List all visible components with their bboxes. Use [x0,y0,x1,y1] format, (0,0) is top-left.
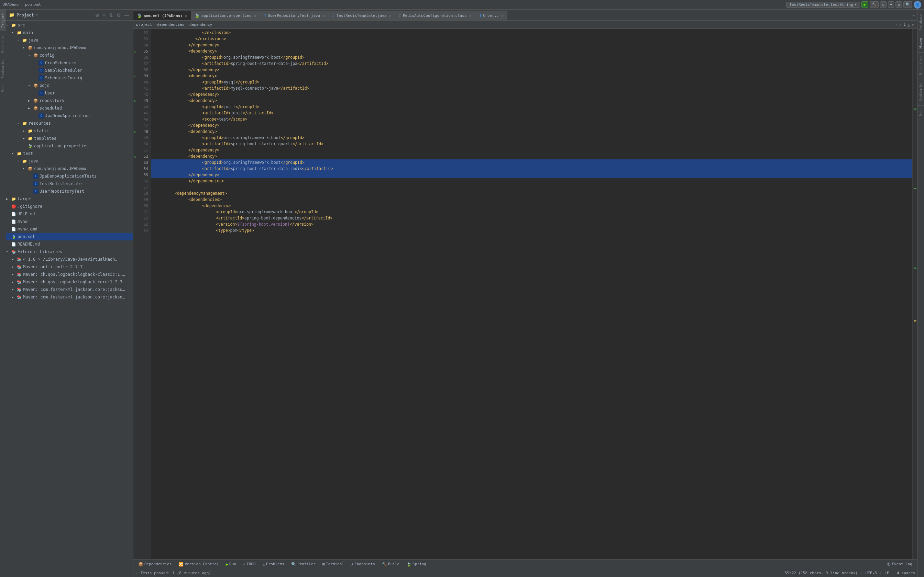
database-tab[interactable]: Database [918,11,923,33]
minimize-panel-button[interactable]: — [123,12,130,19]
tab-redisauto[interactable]: C RedisAutoConfiguration.class × [395,11,475,20]
tree-jdk18[interactable]: ▶ 📚 < 1.8 > /Library/Java/JavaVirtualMac… [6,256,133,263]
terminal-btn[interactable]: ⊡ Terminal [320,561,347,567]
tree-readmemd[interactable]: 📄 README.md [6,240,133,248]
project-panel-chevron[interactable]: ▾ [36,13,38,17]
readmemd-icon: 📄 [11,242,16,247]
locate-button[interactable]: ⊕ [94,12,100,19]
tree-target[interactable]: ▶ 📁 target [6,195,133,203]
web-tab[interactable]: Web [0,82,6,95]
indent-label[interactable]: 4 spaces [897,571,915,575]
tree-main[interactable]: ▾ 📁 main [6,29,133,36]
tabs-overflow[interactable]: ▾ [911,11,917,20]
coverage-button[interactable]: ☂ [888,2,895,8]
encoding-label[interactable]: UTF-8 [865,571,877,575]
tree-mvnwcmd[interactable]: 📄 mvnw.cmd [6,225,133,233]
tab-redisauto-close[interactable]: × [469,13,471,18]
project-tab[interactable]: Project [0,10,6,31]
tab-cron-close[interactable]: × [501,13,504,18]
tree-pojo[interactable]: ▾ 📦 pojo [6,82,133,89]
tree-helpmd[interactable]: 📄 HELP.md [6,210,133,218]
tree-appproperties[interactable]: 🍃 application.properties [6,142,133,150]
tree-java-main[interactable]: ▾ 📁 java [6,36,133,44]
breadcrumb-dependency[interactable]: dependency [189,22,212,27]
tree-gitignore[interactable]: 🔴 .gitignore [6,203,133,210]
tree-maven-logback2[interactable]: ▶ 📚 Maven: ch.qos.logback:logback-core:1… [6,278,133,286]
breadcrumb-project[interactable]: project [136,22,152,27]
event-log-btn[interactable]: ② Event Log [884,561,915,567]
sync-button[interactable]: ↻ [880,2,887,8]
scroll-up-icon[interactable]: ▲ [907,22,910,27]
cursor-position[interactable]: 55:22 (158 chars, 3 line breaks) [785,571,858,575]
tree-user[interactable]: C User [6,89,133,97]
tree-schedulerconfig[interactable]: C SchedulerConfig [6,74,133,82]
maven-tab-right[interactable]: Maven [918,35,923,51]
spring-btn[interactable]: 🍃 Spring [404,561,429,567]
tree-testredistemplate[interactable]: C TestRedisTemplate [6,180,133,187]
build-bottom-btn[interactable]: 🔨 Build [379,561,402,567]
sort-button[interactable]: ⇅ [108,12,114,19]
right-scrollbar-gutter[interactable] [912,29,917,559]
tree-extlibs[interactable]: ▾ 📚 External Libraries [6,248,133,256]
tree-maven-jackson1[interactable]: ▶ 📚 Maven: com.fasterxml.jackson.core:ja… [6,286,133,293]
todo-btn[interactable]: ✓ TODO [240,561,258,567]
tree-maven-antlr[interactable]: ▶ 📚 Maven: antlr:antlr:2.7.7 [6,263,133,271]
version-control-btn[interactable]: 🔀 Version Control [176,561,221,567]
tree-pomxml[interactable]: 🍃 pom.xml [6,233,133,240]
tree-test[interactable]: ▾ 📁 test [6,150,133,157]
problems-btn[interactable]: ⚠ Problems [260,561,287,567]
structure-right-tab[interactable]: Structure [918,53,923,77]
tree-scheduled[interactable]: ▶ 📦 scheduled [6,105,133,112]
tab-pomxml[interactable]: 🍃 pom.xml (JPADemo) × [133,11,191,20]
tab-pomxml-close[interactable]: × [185,13,187,18]
scroll-down-icon[interactable]: ▼ [912,22,914,27]
panel-settings-button[interactable]: ⚙ [115,12,122,19]
tree-mvnw[interactable]: 📄 mvnw [6,218,133,225]
tree-java-test[interactable]: ▾ 📁 java [6,157,133,165]
tree-jpademoapplication[interactable]: C JpaDemoApplication [6,112,133,119]
endpoints-btn[interactable]: ⚡ Endpoints [348,561,378,567]
search-button[interactable]: 🔍 [903,2,912,8]
structure-tab[interactable]: Structure [0,31,6,56]
line-break-label[interactable]: LF [884,571,889,575]
editor-area: 32 33 34 ↻ 35 36 37 38 ↻ 39 [133,29,917,559]
run-btn[interactable]: ▶ Run [223,561,239,567]
user-avatar[interactable]: 👤 [914,1,921,8]
breadcrumb-dependencies[interactable]: dependencies [157,22,184,27]
code-content[interactable]: </exclusion> </exclusions> </dependency>… [151,29,912,559]
tree-userrepositorytest[interactable]: C UserRepositoryTest [6,187,133,195]
settings-button[interactable]: ⚙ [895,2,902,8]
build-button[interactable]: 🔨 [870,2,879,8]
dependencies-btn[interactable]: 📦 Dependencies [136,561,174,567]
bookmarks-tab[interactable]: Bookmarks [0,56,6,82]
tab-appprops-close[interactable]: × [254,13,257,18]
run-button[interactable]: ▶ [861,2,869,8]
tab-appprops[interactable]: 🍃 application.properties × [191,11,260,20]
tree-cronscheduler[interactable]: C CronScheduler [6,59,133,67]
web-right-tab[interactable]: Web [918,107,923,118]
tree-maven-jackson2[interactable]: ▶ 📚 Maven: com.fasterxml.jackson.core:ja… [6,293,133,301]
tab-cron[interactable]: J Cron... × [475,11,508,20]
tab-userrepotest-close[interactable]: × [322,13,325,18]
tree-templates[interactable]: ▶ 📁 templates [6,135,133,142]
tree-samplescheduler[interactable]: C SampleScheduler [6,67,133,74]
profiler-btn[interactable]: 🔍 Profiler [288,561,318,567]
tree-resources[interactable]: ▾ 📁 resources [6,119,133,127]
build-icon: 🔨 [872,2,877,7]
target-label: target [18,197,32,201]
tree-pkg-test[interactable]: ▾ 📦 com.yangjunbo.JPADemo [6,165,133,172]
tree-jpademotests[interactable]: C JpaDemoApplicationTests [6,172,133,180]
tree-repository[interactable]: ▶ 📦 repository [6,97,133,105]
collapse-button[interactable]: ≡ [102,12,107,19]
run-config-selector[interactable]: TestRedisTemplate.testString ▾ [786,2,860,8]
tree-maven-logback1[interactable]: ▶ 📚 Maven: ch.qos.logback:logback-classi… [6,271,133,278]
tab-userrepotest[interactable]: J UserRepositoryTest.java × [260,11,329,20]
tree-src[interactable]: ▾ 📁 src [6,21,133,29]
tree-static[interactable]: ▶ 📁 static [6,127,133,135]
tree-package-root[interactable]: ▾ 📦 com.yangjunbo.JPADemo [6,44,133,52]
tab-testredis[interactable]: J TestRedisTemplate.java × [329,11,395,20]
tab-testredis-close[interactable]: × [389,13,391,18]
scheduled-arrow: ▶ [28,106,33,110]
bookmarks-right-tab[interactable]: Bookmarks [918,80,923,104]
tree-config[interactable]: ▾ 📦 config [6,52,133,59]
